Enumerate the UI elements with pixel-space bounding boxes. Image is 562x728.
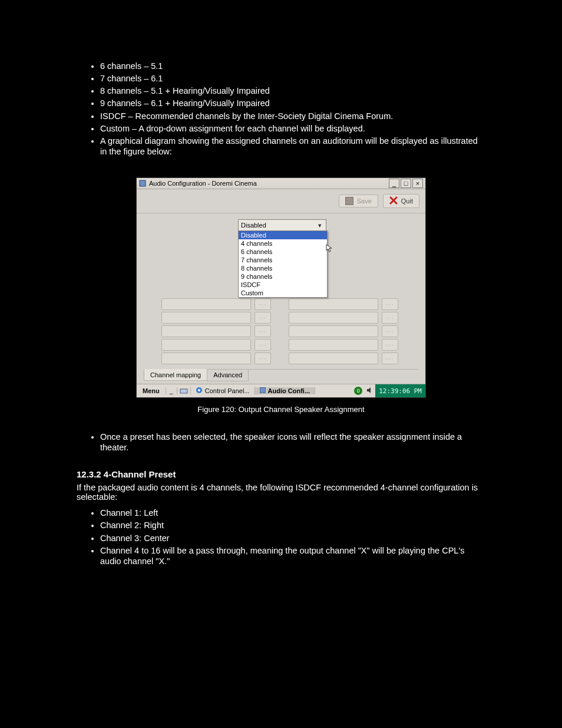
- clock: 12:39:06 PM: [375, 384, 425, 397]
- channel-field[interactable]: [161, 353, 251, 364]
- list-item: Once a preset has been selected, the spe…: [100, 431, 485, 453]
- list-item: A graphical diagram showing the assigned…: [100, 136, 485, 157]
- list-item: 6 channels – 5.1: [100, 61, 485, 71]
- gear-icon: [196, 387, 203, 395]
- tab-advanced[interactable]: Advanced: [207, 370, 249, 381]
- channel-row: ··· ···: [161, 339, 418, 351]
- list-item: Channel 2: Right: [100, 520, 485, 531]
- channel-more-button[interactable]: ···: [254, 339, 271, 351]
- save-icon: [345, 197, 353, 205]
- close-button[interactable]: ×: [412, 179, 423, 188]
- channel-more-button[interactable]: ···: [254, 298, 271, 310]
- channel-field[interactable]: [161, 298, 251, 310]
- taskbar-item-label: Audio Confi...: [268, 387, 310, 394]
- dropdown-option[interactable]: 6 channels: [239, 248, 327, 256]
- taskbar-item-control-panel[interactable]: Control Panel...: [191, 387, 255, 395]
- list-item: Custom – A drop-down assignment for each…: [100, 123, 485, 134]
- channel-field[interactable]: [289, 325, 378, 337]
- quit-label: Quit: [401, 197, 413, 205]
- figure-caption: Figure 120: Output Channel Speaker Assig…: [77, 405, 485, 414]
- channel-more-button[interactable]: ···: [382, 353, 398, 364]
- list-item: Channel 3: Center: [100, 533, 485, 543]
- svg-rect-0: [140, 180, 146, 186]
- list-item: 8 channels – 5.1 + Hearing/Visually Impa…: [100, 85, 485, 96]
- channel-field[interactable]: [289, 312, 378, 324]
- app-window: Audio Configuration - Doremi Cinema ‗ □ …: [136, 177, 426, 398]
- channel-more-button[interactable]: ···: [382, 325, 398, 337]
- taskbar-minimize-all[interactable]: _: [166, 387, 177, 394]
- section-paragraph: If the packaged audio content is 4 chann…: [77, 483, 485, 502]
- minimize-button[interactable]: ‗: [389, 179, 399, 188]
- dropdown-list: Disabled 4 channels 6 channels 7 channel…: [238, 230, 328, 298]
- list-item: 7 channels – 6.1: [100, 73, 485, 84]
- dropdown-value: Disabled: [241, 222, 266, 229]
- list-item: 9 channels – 6.1 + Hearing/Visually Impa…: [100, 98, 485, 108]
- channel-field[interactable]: [161, 325, 251, 337]
- app-icon: [139, 180, 146, 187]
- tab-bar: Channel mapping Advanced: [144, 369, 418, 381]
- list-item: Channel 1: Left: [100, 508, 485, 518]
- list-item: Channel 4 to 16 will be a pass through, …: [100, 545, 485, 566]
- channel-row: ··· ···: [161, 325, 418, 337]
- channel-more-button[interactable]: ···: [382, 339, 398, 351]
- show-desktop-icon[interactable]: [177, 387, 191, 394]
- taskbar-item-label: Control Panel...: [205, 387, 250, 394]
- start-menu-button[interactable]: Menu: [137, 387, 166, 394]
- preset-bullet-list: 6 channels – 5.1 7 channels – 6.1 8 chan…: [77, 61, 485, 157]
- dropdown-option[interactable]: ISDCF: [239, 281, 327, 289]
- dropdown-option[interactable]: Disabled: [239, 231, 327, 239]
- channel-field[interactable]: [161, 312, 251, 324]
- four-channel-bullet-list: Channel 1: Left Channel 2: Right Channel…: [77, 508, 485, 566]
- app-icon: [260, 387, 266, 394]
- channel-row: ··· ···: [161, 312, 418, 324]
- save-label: Save: [357, 197, 372, 205]
- dropdown-option[interactable]: 8 channels: [239, 264, 327, 272]
- channel-more-button[interactable]: ···: [254, 325, 271, 337]
- quit-button[interactable]: Quit: [383, 194, 419, 208]
- after-bullet-list: Once a preset has been selected, the spe…: [77, 431, 485, 453]
- section-heading: 12.3.2 4-Channel Preset: [77, 469, 485, 479]
- save-button: Save: [339, 195, 378, 207]
- window-title: Audio Configuration - Doremi Cinema: [149, 180, 257, 187]
- channel-field[interactable]: [289, 298, 378, 310]
- dropdown-option[interactable]: 4 channels: [239, 239, 327, 248]
- channel-field[interactable]: [161, 339, 251, 351]
- channel-row: ··· ···: [161, 353, 418, 364]
- dropdown-field[interactable]: Disabled ▾: [238, 219, 326, 231]
- status-indicator[interactable]: 0: [354, 387, 362, 395]
- dropdown-option[interactable]: 7 channels: [239, 256, 327, 264]
- volume-icon[interactable]: [365, 387, 375, 395]
- channel-more-button[interactable]: ···: [254, 312, 271, 324]
- quit-icon: [389, 196, 398, 206]
- preset-dropdown[interactable]: Disabled ▾ Disabled 4 channels 6 channel…: [238, 219, 326, 231]
- channel-field[interactable]: [289, 339, 378, 351]
- maximize-button[interactable]: □: [401, 179, 411, 188]
- taskbar: Menu _ Control Panel... Audio Confi...: [137, 384, 425, 397]
- window-titlebar: Audio Configuration - Doremi Cinema ‗ □ …: [137, 178, 425, 189]
- channel-more-button[interactable]: ···: [382, 312, 398, 324]
- svg-point-3: [198, 389, 200, 391]
- chevron-down-icon: ▾: [316, 222, 323, 229]
- window-body: Disabled ▾ Disabled 4 channels 6 channel…: [137, 213, 425, 384]
- toolbar: Save Quit: [137, 189, 425, 213]
- dropdown-option[interactable]: 9 channels: [239, 272, 327, 281]
- list-item: ISDCF – Recommended channels by the Inte…: [100, 111, 485, 121]
- svg-rect-4: [260, 387, 266, 393]
- channel-field[interactable]: [289, 353, 378, 364]
- channel-more-button[interactable]: ···: [382, 298, 398, 310]
- tab-channel-mapping[interactable]: Channel mapping: [144, 369, 207, 381]
- dropdown-option[interactable]: Custom: [239, 289, 327, 297]
- svg-rect-1: [180, 389, 187, 393]
- channel-row: ··· ···: [161, 298, 418, 310]
- channel-more-button[interactable]: ···: [254, 353, 271, 364]
- taskbar-item-audio-config[interactable]: Audio Confi...: [255, 387, 315, 394]
